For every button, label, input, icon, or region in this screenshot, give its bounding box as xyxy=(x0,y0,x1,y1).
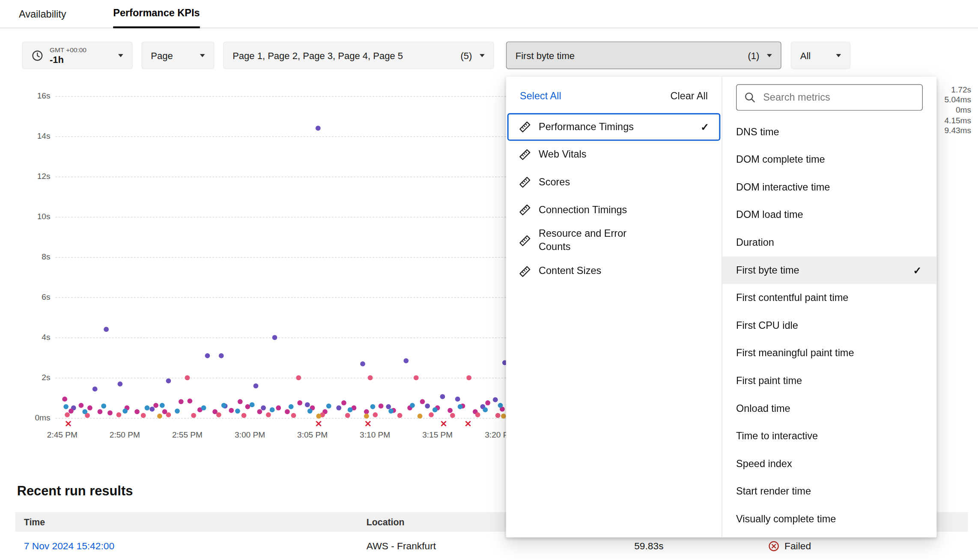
metric-option-label: First contentful paint time xyxy=(736,292,848,304)
metric-option-label: Start render time xyxy=(736,486,811,497)
ruler-icon xyxy=(519,176,531,188)
search-box[interactable] xyxy=(736,84,923,111)
metric-category-resource-and-error-counts[interactable]: Resource and Error Counts xyxy=(507,224,721,258)
data-point-salmon xyxy=(475,412,480,417)
status-label: Failed xyxy=(784,540,811,551)
failed-run-marker[interactable]: ✕ xyxy=(65,419,72,428)
x-axis-label: 2:55 PM xyxy=(165,430,209,439)
data-point-blue xyxy=(101,403,106,408)
data-point-magenta xyxy=(69,408,74,414)
data-point-magenta xyxy=(298,400,303,405)
metric-option-visually-complete-time[interactable]: Visually complete time xyxy=(722,505,937,533)
metric-list: DNS timeDOM complete timeDOM interactive… xyxy=(722,118,937,533)
run-time-link[interactable]: 7 Nov 2024 15:42:00 xyxy=(24,532,114,560)
data-point-magenta xyxy=(179,399,184,405)
data-point-purple xyxy=(455,396,460,402)
check-icon: ✓ xyxy=(913,264,921,276)
data-point-blue xyxy=(289,404,294,409)
data-point-blue xyxy=(63,404,69,409)
metric-option-dom-interactive-time[interactable]: DOM interactive time xyxy=(722,173,937,201)
metric-option-dns-time[interactable]: DNS time xyxy=(722,118,937,146)
metric-category-web-vitals[interactable]: Web Vitals xyxy=(507,141,721,169)
data-point-magenta xyxy=(87,405,92,411)
metric-category-connection-timings[interactable]: Connection Timings xyxy=(507,196,721,224)
data-point-salmon xyxy=(450,413,455,418)
metric-category-performance-timings[interactable]: Performance Timings✓ xyxy=(507,113,721,141)
metric-option-first-paint-time[interactable]: First paint time xyxy=(722,367,937,395)
metric-option-dom-load-time[interactable]: DOM load time xyxy=(722,201,937,229)
metric-option-start-render-time[interactable]: Start render time xyxy=(722,478,937,506)
data-point-magenta xyxy=(135,409,140,414)
latest-value-label: 5.04ms xyxy=(944,95,971,104)
data-point-salmon xyxy=(185,375,190,380)
metric-option-dom-complete-time[interactable]: DOM complete time xyxy=(722,146,937,174)
metric-option-first-cpu-idle[interactable]: First CPU idle xyxy=(722,312,937,340)
data-point-purple xyxy=(218,353,224,358)
metric-option-label: First CPU idle xyxy=(736,320,798,331)
data-point-blue xyxy=(326,403,331,408)
metric-option-label: DOM interactive time xyxy=(736,182,830,193)
data-point-salmon xyxy=(241,413,246,418)
x-axis-label: 2:50 PM xyxy=(103,430,147,439)
clear-all-link[interactable]: Clear All xyxy=(671,90,708,101)
search-metrics-input[interactable] xyxy=(762,91,915,104)
data-point-purple xyxy=(440,394,445,399)
y-axis-label: 12s xyxy=(10,172,50,181)
data-point-blue xyxy=(160,403,165,408)
failed-run-marker[interactable]: ✕ xyxy=(315,419,322,428)
data-point-magenta xyxy=(62,396,67,402)
failed-run-marker[interactable]: ✕ xyxy=(464,419,471,428)
data-point-blue xyxy=(122,408,128,414)
data-point-salmon xyxy=(291,413,296,418)
failed-run-marker[interactable]: ✕ xyxy=(440,419,447,428)
select-all-link[interactable]: Select All xyxy=(520,90,561,101)
results-section-title: Recent run results xyxy=(17,483,133,498)
data-point-blue xyxy=(432,408,438,413)
data-point-salmon xyxy=(495,413,500,418)
metric-option-label: DOM load time xyxy=(736,209,803,220)
data-point-magenta xyxy=(485,400,490,405)
metric-option-duration[interactable]: Duration xyxy=(722,229,937,256)
data-point-magenta xyxy=(285,409,290,414)
failed-run-marker[interactable]: ✕ xyxy=(364,419,372,428)
data-point-blue xyxy=(410,403,415,408)
x-axis-label: 2:45 PM xyxy=(40,430,84,439)
metric-option-time-to-interactive[interactable]: Time to interactive xyxy=(722,422,937,450)
data-point-blue xyxy=(235,408,240,414)
data-point-salmon xyxy=(345,413,350,418)
metric-option-first-byte-time[interactable]: First byte time✓ xyxy=(722,256,937,284)
data-point-salmon xyxy=(414,375,419,380)
metric-option-first-contentful-paint-time[interactable]: First contentful paint time xyxy=(722,284,937,312)
data-point-magenta xyxy=(245,404,250,409)
metric-option-first-meaningful-paint-time[interactable]: First meaningful paint time xyxy=(722,340,937,367)
data-point-purple xyxy=(316,126,321,131)
metric-category-content-sizes[interactable]: Content Sizes xyxy=(507,257,721,285)
x-axis-label: 3:10 PM xyxy=(353,430,397,439)
data-point-salmon xyxy=(367,375,373,380)
data-point-purple xyxy=(404,358,409,363)
data-point-magenta xyxy=(379,403,384,408)
column-header-time: Time xyxy=(24,512,45,532)
data-point-purple xyxy=(166,378,171,383)
ruler-icon xyxy=(519,148,531,161)
data-point-purple xyxy=(305,402,310,408)
category-label: Content Sizes xyxy=(539,265,601,278)
y-axis-label: 4s xyxy=(10,333,50,342)
data-point-purple xyxy=(360,361,365,366)
check-icon: ✓ xyxy=(701,121,709,133)
metric-category-scores[interactable]: Scores xyxy=(507,168,721,196)
data-point-salmon xyxy=(397,413,403,418)
metric-option-speed-index[interactable]: Speed index xyxy=(722,450,937,478)
metric-option-label: First byte time xyxy=(736,265,799,276)
data-point-magenta xyxy=(257,409,262,414)
data-point-blue xyxy=(347,408,352,413)
data-point-magenta xyxy=(154,403,159,408)
x-axis-label: 3:05 PM xyxy=(290,430,334,439)
latest-value-label: 9.43ms xyxy=(944,125,971,135)
data-point-blue xyxy=(457,404,462,409)
data-point-magenta xyxy=(420,399,425,405)
latest-value-label: 1.72s xyxy=(951,85,971,94)
latest-value-label: 4.15ms xyxy=(944,116,971,125)
metric-option-onload-time[interactable]: Onload time xyxy=(722,395,937,423)
metric-panel: DNS timeDOM complete timeDOM interactive… xyxy=(722,77,936,537)
